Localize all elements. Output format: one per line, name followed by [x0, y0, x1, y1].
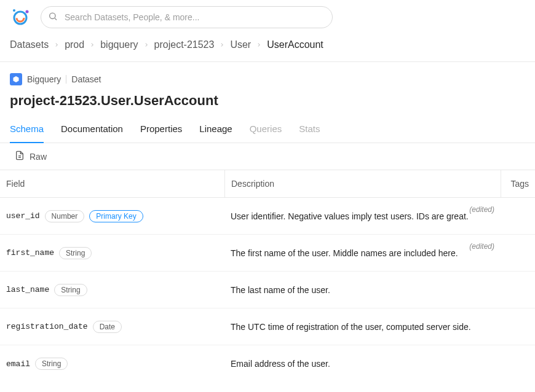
type-pill: String — [35, 358, 68, 370]
search-icon — [48, 12, 58, 23]
primary-key-pill: Primary Key — [89, 210, 143, 222]
svg-point-2 — [26, 10, 29, 14]
field-cell: email String — [0, 348, 224, 380]
table-row[interactable]: last_name String The last name of the us… — [0, 272, 535, 308]
chevron-right-icon — [89, 42, 95, 48]
raw-button[interactable]: Raw — [0, 143, 535, 170]
tab-properties[interactable]: Properties — [140, 119, 182, 143]
svg-point-1 — [17, 14, 24, 22]
field-description: User identifier. Negative values imply t… — [231, 211, 469, 221]
bigquery-icon — [10, 73, 22, 85]
type-pill: String — [59, 247, 92, 259]
raw-label: Raw — [30, 152, 47, 162]
topbar — [0, 0, 535, 34]
svg-marker-6 — [14, 76, 19, 82]
tab-documentation[interactable]: Documentation — [61, 119, 123, 143]
field-name: registration_date — [6, 322, 88, 331]
search-input[interactable] — [41, 6, 333, 28]
field-description: The UTC time of registration of the user… — [231, 322, 471, 332]
tabs: Schema Documentation Properties Lineage … — [0, 119, 535, 143]
chevron-right-icon — [54, 42, 60, 48]
svg-point-4 — [50, 13, 55, 18]
breadcrumb-item-current: UserAccount — [267, 39, 323, 50]
app-logo[interactable] — [10, 7, 31, 28]
col-header-tags: Tags — [501, 170, 535, 197]
table-row[interactable]: user_id Number Primary Key User identifi… — [0, 198, 535, 235]
breadcrumb-item[interactable]: project-21523 — [154, 39, 215, 50]
field-cell: user_id Number Primary Key — [0, 200, 224, 232]
edited-badge: (edited) — [469, 205, 494, 214]
search-wrap — [41, 6, 333, 28]
type-pill: String — [54, 284, 87, 296]
tab-queries: Queries — [250, 119, 282, 143]
table-row[interactable]: first_name String The first name of the … — [0, 235, 535, 272]
field-description: The last name of the user. — [231, 285, 330, 295]
entity-meta: Bigquery Dataset — [10, 73, 525, 85]
breadcrumb-item[interactable]: User — [230, 39, 251, 50]
desc-cell: The last name of the user. — [224, 275, 501, 305]
platform-label: Bigquery — [27, 74, 61, 84]
edited-badge: (edited) — [469, 242, 494, 251]
entity-title: project-21523.User.UserAccount — [10, 93, 525, 109]
schema-table: Field Description Tags user_id Number Pr… — [0, 170, 535, 382]
col-header-desc: Description — [224, 170, 501, 197]
field-description: The first name of the user. Middle names… — [231, 248, 458, 258]
entity-header: Bigquery Dataset project-21523.User.User… — [0, 62, 535, 109]
field-cell: registration_date Date — [0, 311, 224, 343]
table-row[interactable]: email String Email address of the user. — [0, 345, 535, 382]
tab-stats: Stats — [299, 119, 320, 143]
col-header-field: Field — [0, 170, 224, 197]
svg-point-3 — [13, 9, 15, 12]
desc-cell: Email address of the user. — [224, 349, 501, 378]
schema-table-head: Field Description Tags — [0, 170, 535, 198]
tab-lineage[interactable]: Lineage — [199, 119, 232, 143]
desc-cell: The first name of the user. Middle names… — [224, 238, 501, 268]
field-name: last_name — [6, 285, 49, 294]
field-name: user_id — [6, 211, 40, 221]
type-pill: Number — [45, 210, 85, 222]
chevron-right-icon — [219, 42, 225, 48]
field-cell: first_name String — [0, 237, 224, 269]
chevron-right-icon — [143, 42, 149, 48]
table-row[interactable]: registration_date Date The UTC time of r… — [0, 308, 535, 345]
file-text-icon — [15, 151, 25, 162]
field-cell: last_name String — [0, 274, 224, 306]
field-name: first_name — [6, 248, 54, 257]
tab-schema[interactable]: Schema — [10, 119, 44, 143]
desc-cell: The UTC time of registration of the user… — [224, 312, 501, 342]
breadcrumbs: Datasets prod bigquery project-21523 Use… — [0, 34, 535, 62]
desc-cell: User identifier. Negative values imply t… — [224, 202, 501, 231]
breadcrumb-item[interactable]: bigquery — [100, 39, 138, 50]
type-pill: Date — [93, 321, 122, 333]
field-name: email — [6, 359, 30, 369]
meta-divider — [66, 75, 66, 84]
breadcrumb-item[interactable]: Datasets — [10, 39, 49, 50]
breadcrumb-item[interactable]: prod — [65, 39, 84, 50]
entity-type-label: Dataset — [71, 74, 101, 84]
chevron-right-icon — [256, 42, 262, 48]
svg-line-5 — [55, 18, 57, 20]
field-description: Email address of the user. — [231, 359, 330, 369]
